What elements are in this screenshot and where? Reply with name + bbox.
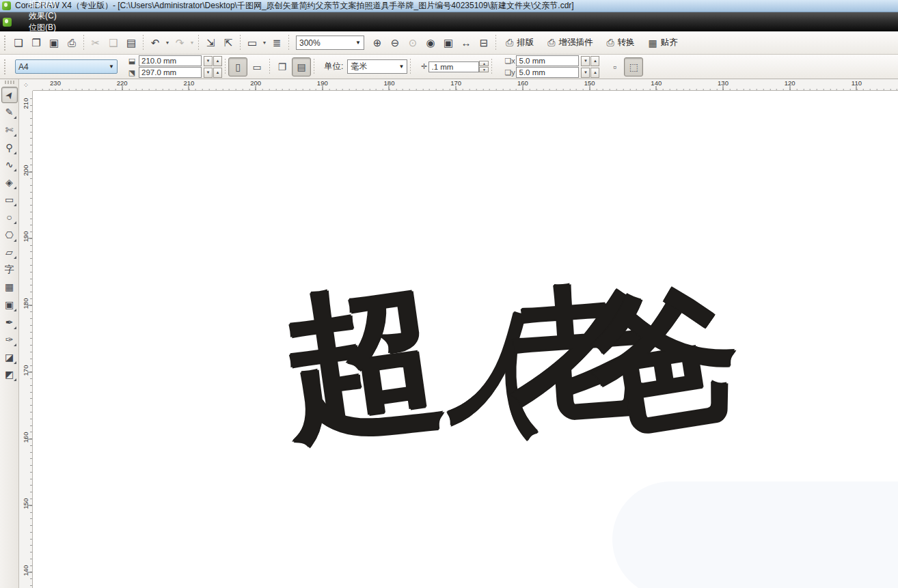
paper-type-dropdown-icon[interactable]: ▼ xyxy=(109,64,114,70)
zoom-out-button[interactable]: ⊖ xyxy=(386,34,404,52)
paper-height-icon: ⬔ xyxy=(127,68,137,77)
typesetting-plugin-button[interactable]: ⎙ 排版 xyxy=(499,34,541,52)
property-bar-grip[interactable] xyxy=(2,59,8,74)
redo-dropdown-icon[interactable]: ▼ xyxy=(189,34,195,52)
redo-button[interactable]: ↷ xyxy=(171,34,189,52)
zoom-tool[interactable]: ⚲ xyxy=(1,139,18,156)
zoom-to-width-button[interactable]: ↔ xyxy=(457,34,475,52)
duplicate-distance-x-spinner[interactable]: ▼▲ xyxy=(581,56,599,66)
standard-toolbar: ❏ ❐ ▣ ⎙ ✂ ❑ ▤ ↶ ▼ ↷ ▼ ⇲ ⇱ ▭ ▼ ≣ 300% ▼ ⊕… xyxy=(0,31,898,55)
text-tool[interactable]: 字 xyxy=(1,262,18,278)
paper-height-input[interactable]: 297.0 mm xyxy=(139,67,202,78)
ruler-tick-label: 150 xyxy=(22,499,29,509)
menu-item[interactable]: 排列(A) xyxy=(17,0,70,10)
duplicate-distance-y-input[interactable]: 5.0 mm xyxy=(516,67,579,78)
artwork-character[interactable]: 爸 xyxy=(582,277,749,445)
undo-button[interactable]: ↶ xyxy=(146,34,164,52)
menu-item[interactable]: 效果(C) xyxy=(17,10,70,22)
duplicate-distance-x-input[interactable]: 5.0 mm xyxy=(516,55,579,66)
application-launcher-dropdown-icon[interactable]: ▼ xyxy=(261,34,268,52)
paper-width-spinner[interactable]: ▼▲ xyxy=(204,56,222,66)
crop-tool[interactable]: ✄ xyxy=(1,122,18,138)
ruler-tick-label: 110 xyxy=(852,79,862,87)
outline-pen-tool[interactable]: ✑ xyxy=(1,331,18,348)
flyout-indicator-icon xyxy=(14,344,16,346)
nudge-offset-spinner[interactable]: ▲▼ xyxy=(479,61,489,72)
pick-tool[interactable]: ➤ xyxy=(1,87,18,103)
print-button[interactable]: ⎙ xyxy=(63,34,81,52)
ruler-tick-label: 140 xyxy=(651,79,662,87)
ruler-tick-label: 170 xyxy=(22,365,29,376)
eyedropper-tool[interactable]: ✒ xyxy=(1,314,18,331)
zoom-to-page-button[interactable]: ▣ xyxy=(439,34,457,52)
toolbox-grip[interactable] xyxy=(5,81,14,84)
table-tool[interactable]: ▦ xyxy=(1,279,18,295)
undo-dropdown-icon[interactable]: ▼ xyxy=(164,34,171,52)
zoom-level-combo[interactable]: 300% ▼ xyxy=(296,36,364,50)
basic-shapes-tool[interactable]: ▱ xyxy=(1,244,18,260)
flyout-indicator-icon xyxy=(14,256,16,259)
treat-as-filled-button[interactable]: ▫ xyxy=(605,57,624,76)
duplicate-distance-y-spinner[interactable]: ▼▲ xyxy=(581,68,599,78)
zoom-levels-button[interactable]: ⊙ xyxy=(404,34,422,52)
horizontal-ruler[interactable]: 230220210200190180170160150140130120110 xyxy=(33,79,898,91)
units-combo[interactable]: 毫米 ▼ xyxy=(347,59,407,74)
shape-tool[interactable]: ✎ xyxy=(1,104,18,120)
artwork-character[interactable]: 超 xyxy=(274,273,450,449)
convert-plugin-button[interactable]: ⎙ 转换 xyxy=(599,34,641,52)
ruler-tick-label: 170 xyxy=(450,79,461,87)
ruler-tick-label: 210 xyxy=(183,79,194,87)
drawing-canvas[interactable]: 超 人 老 爸 xyxy=(33,91,898,588)
snap-plugin-label: 贴齐 xyxy=(661,37,678,48)
landscape-button[interactable]: ▭ xyxy=(247,57,267,76)
flyout-indicator-icon xyxy=(14,378,16,381)
bounding-box-button[interactable]: ⬚ xyxy=(624,57,643,76)
copy-button[interactable]: ❑ xyxy=(105,34,122,52)
property-separator xyxy=(269,59,270,75)
save-button[interactable]: ▣ xyxy=(45,34,63,52)
property-separator xyxy=(225,59,226,75)
vertical-ruler[interactable]: 210200190180170160150140 xyxy=(19,91,33,588)
property-bar: A4 ▼ ⬓ 210.0 mm ▼▲ ⬔ 297.0 mm ▼▲ ▯ ▭ ❐ ▤… xyxy=(0,55,898,79)
ellipse-tool[interactable]: ○ xyxy=(1,209,18,225)
ruler-tick-label: 190 xyxy=(22,232,29,242)
zoom-to-height-button[interactable]: ⊟ xyxy=(475,34,493,52)
ruler-tick-label: 200 xyxy=(250,79,261,87)
toolbar-separator xyxy=(143,35,144,51)
export-button[interactable]: ⇱ xyxy=(219,34,237,52)
fill-tool[interactable]: ◪ xyxy=(1,349,18,365)
new-document-button[interactable]: ❏ xyxy=(10,34,27,52)
cut-button[interactable]: ✂ xyxy=(87,34,105,52)
paper-type-combo[interactable]: A4 ▼ xyxy=(15,59,118,74)
paste-button[interactable]: ▤ xyxy=(122,34,140,52)
zoom-combo-dropdown-icon[interactable]: ▼ xyxy=(355,40,361,46)
blend-tool[interactable]: ▣ xyxy=(1,296,18,313)
rectangle-tool[interactable]: ▭ xyxy=(1,191,18,208)
import-button[interactable]: ⇲ xyxy=(202,34,219,52)
current-page-button[interactable]: ▤ xyxy=(292,57,311,76)
snap-plugin-button[interactable]: ▦ 贴齐 xyxy=(642,34,685,52)
enhance-plugin-button[interactable]: ⎙ 增强插件 xyxy=(541,34,599,52)
zoom-to-selected-button[interactable]: ◉ xyxy=(422,34,439,52)
options-button[interactable]: ≣ xyxy=(268,34,286,52)
smart-fill-tool[interactable]: ◈ xyxy=(1,174,18,191)
open-button[interactable]: ❐ xyxy=(27,34,45,52)
all-pages-button[interactable]: ❐ xyxy=(273,57,292,76)
portrait-button[interactable]: ▯ xyxy=(228,57,247,76)
nudge-offset-input[interactable]: .1 mm xyxy=(428,61,479,72)
flyout-indicator-icon xyxy=(14,152,16,154)
flyout-indicator-icon xyxy=(14,309,16,311)
freehand-tool[interactable]: ∿ xyxy=(1,156,18,173)
application-launcher-button[interactable]: ▭ xyxy=(243,34,261,52)
typesetting-plugin-icon: ⎙ xyxy=(506,37,513,48)
flyout-indicator-icon xyxy=(14,169,16,171)
toolbar-grip[interactable] xyxy=(2,36,8,51)
ruler-origin-icon[interactable]: ⁘ xyxy=(19,79,33,91)
paper-width-input[interactable]: 210.0 mm xyxy=(139,55,202,66)
units-dropdown-icon[interactable]: ▼ xyxy=(399,64,405,70)
flyout-indicator-icon xyxy=(14,326,16,329)
paper-height-spinner[interactable]: ▼▲ xyxy=(204,68,222,78)
interactive-fill-tool[interactable]: ◩ xyxy=(1,366,18,382)
zoom-in-button[interactable]: ⊕ xyxy=(368,34,386,52)
polygon-tool[interactable]: ⎔ xyxy=(1,227,18,243)
